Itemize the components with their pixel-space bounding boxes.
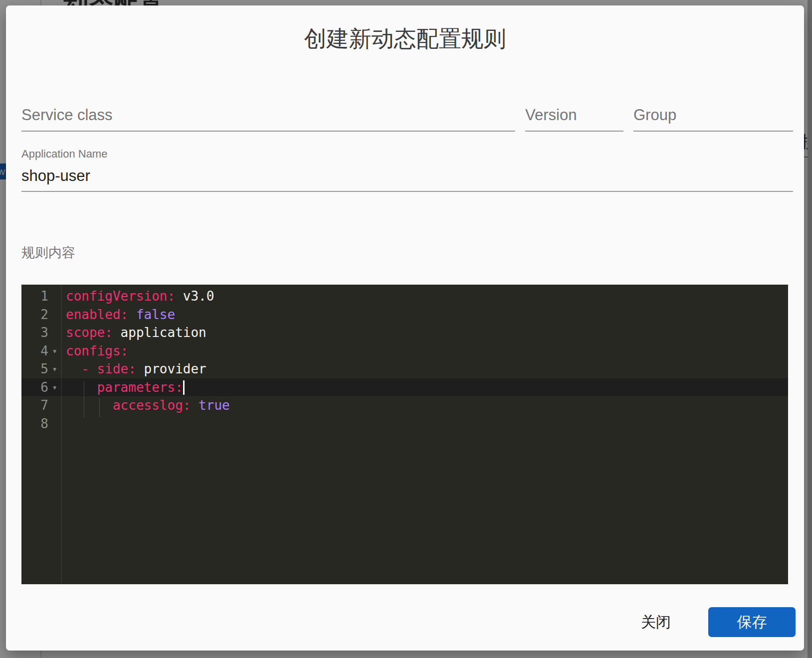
code-text: - side: provider [61, 360, 788, 378]
code-line[interactable]: 3scope: application [21, 324, 788, 342]
rule-content-label: 规则内容 [21, 244, 75, 262]
fold-marker-empty [48, 287, 61, 306]
line-number: 5 [21, 360, 48, 378]
yaml-token-plain: v3.0 [175, 289, 214, 304]
code-text [61, 415, 788, 433]
text-cursor [183, 380, 185, 395]
code-text: enabled: false [61, 306, 788, 324]
indent-guide [84, 381, 84, 417]
fold-marker-icon[interactable]: ▾ [48, 378, 61, 397]
indent-guide [99, 399, 100, 417]
yaml-token-key: configVersion: [66, 289, 175, 304]
gutter-cell: 4▾ [21, 342, 61, 360]
code-line[interactable]: 8 [21, 415, 788, 433]
yaml-token-key: accesslog: [66, 398, 191, 413]
application-name-field: Application Name [21, 147, 793, 192]
fold-marker-empty [48, 396, 61, 415]
yaml-token-key: configs: [66, 343, 128, 358]
gutter-cell: 2 [21, 306, 61, 324]
line-number: 8 [21, 415, 48, 433]
service-class-input[interactable] [21, 100, 515, 132]
yaml-token-plain: application [113, 325, 206, 340]
code-line[interactable]: 7 accesslog: true [21, 396, 788, 415]
gutter-cell: 8 [21, 415, 61, 433]
yaml-token-bool: false [128, 307, 175, 322]
fold-marker-icon[interactable]: ▾ [48, 360, 61, 378]
yaml-token-key: enabled: [66, 307, 128, 322]
fold-marker-empty [48, 415, 61, 433]
yaml-token-key: - side: [66, 361, 136, 376]
create-rule-dialog: 创建新动态配置规则 Application Name 规则内容 1configV… [6, 5, 804, 651]
yaml-token-plain: provider [136, 361, 206, 376]
application-name-input[interactable] [21, 161, 793, 192]
service-fields-row [21, 100, 793, 132]
fold-marker-icon[interactable]: ▾ [48, 342, 61, 360]
line-number: 3 [21, 324, 48, 342]
dialog-title: 创建新动态配置规则 [6, 24, 804, 54]
code-line[interactable]: 5▾ - side: provider [21, 360, 788, 378]
code-line[interactable]: 4▾configs: [21, 342, 788, 360]
code-line[interactable]: 1configVersion: v3.0 [21, 287, 788, 306]
fold-marker-empty [48, 306, 61, 324]
line-number: 6 [21, 378, 48, 397]
yaml-code-editor[interactable]: 1configVersion: v3.02enabled: false3scop… [21, 285, 788, 584]
version-input[interactable] [525, 100, 623, 132]
fold-marker-empty [48, 324, 61, 342]
line-number: 4 [21, 342, 48, 360]
code-line[interactable]: 2enabled: false [21, 306, 788, 324]
close-button[interactable]: 关闭 [628, 607, 684, 637]
application-name-label: Application Name [21, 147, 793, 161]
yaml-token-bool: true [191, 398, 229, 413]
code-text: configVersion: v3.0 [61, 287, 788, 306]
gutter-cell: 7 [21, 396, 61, 415]
code-line[interactable]: 6▾ parameters: [21, 378, 788, 397]
line-number: 7 [21, 396, 48, 415]
group-input[interactable] [633, 100, 793, 132]
save-button[interactable]: 保存 [708, 607, 796, 637]
code-text: accesslog: true [61, 396, 788, 415]
gutter-cell: 3 [21, 324, 61, 342]
gutter-cell: 5▾ [21, 360, 61, 378]
code-text: scope: application [61, 324, 788, 342]
code-text: configs: [61, 342, 788, 360]
line-number: 1 [21, 287, 48, 306]
line-number: 2 [21, 306, 48, 324]
gutter-cell: 1 [21, 287, 61, 306]
gutter-cell: 6▾ [21, 378, 61, 397]
code-text: parameters: [61, 378, 788, 397]
yaml-token-key: scope: [66, 325, 113, 340]
